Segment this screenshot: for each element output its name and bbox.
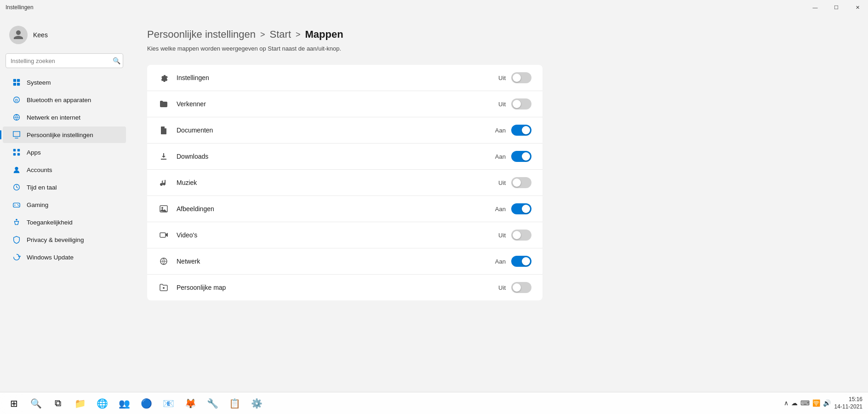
setting-row-netwerk: Netwerk Aan	[147, 248, 542, 275]
windows-update-icon	[12, 253, 21, 262]
sidebar-label-privacy: Privacy & beveiliging	[27, 236, 84, 243]
taskbar-clock[interactable]: 15:16 14-11-2021	[834, 396, 862, 411]
breadcrumb-sep2: >	[296, 30, 301, 40]
titlebar: Instellingen — ☐ ✕	[0, 0, 868, 15]
sidebar-item-privacy[interactable]: Privacy & beveiliging	[3, 231, 126, 248]
titlebar-title: Instellingen	[6, 4, 34, 11]
sidebar-item-netwerk[interactable]: Netwerk en internet	[3, 109, 126, 126]
sidebar-item-tijd[interactable]: Tijd en taal	[3, 179, 126, 196]
taskbar-start-button[interactable]: ⊞	[4, 393, 24, 414]
sidebar-item-apps[interactable]: Apps	[3, 144, 126, 161]
muziek-icon	[158, 177, 169, 188]
taskbar-system-tray: ∧ ☁ ⌨ 🛜 🔊 15:16 14-11-2021	[784, 396, 862, 411]
setting-label-downloads: Downloads	[177, 153, 495, 160]
toggle-afbeeldingen[interactable]	[511, 203, 531, 214]
sidebar-item-bluetooth[interactable]: B Bluetooth en apparaten	[3, 92, 126, 108]
user-name: Kees	[33, 31, 48, 39]
setting-row-instellingen: Instellingen Uit	[147, 65, 542, 91]
sidebar-label-systeem: Systeem	[27, 79, 51, 86]
breadcrumb-part2[interactable]: Start	[270, 29, 291, 40]
netwerk-icon	[12, 113, 21, 122]
svg-text:B: B	[15, 98, 18, 103]
svg-rect-8	[13, 149, 16, 151]
sidebar-item-accounts[interactable]: Accounts	[3, 161, 126, 178]
taskbar-onenote[interactable]: 📋	[224, 393, 245, 414]
setting-status-muziek: Uit	[498, 179, 506, 186]
sidebar-item-persoonlijk[interactable]: Persoonlijke instellingen	[3, 126, 126, 143]
search-icon[interactable]: 🔍	[113, 57, 120, 64]
setting-row-downloads: Downloads Aan	[147, 144, 542, 170]
tray-cloud[interactable]: ☁	[791, 400, 798, 407]
persoonlijk-icon	[12, 130, 21, 139]
svg-point-20	[18, 205, 19, 206]
toggle-downloads[interactable]	[511, 151, 531, 162]
sidebar-label-bluetooth: Bluetooth en apparaten	[27, 97, 91, 104]
svg-rect-11	[17, 153, 20, 155]
svg-rect-9	[17, 149, 20, 151]
breadcrumb: Persoonlijke instellingen > Start > Mapp…	[147, 29, 850, 40]
setting-label-muziek: Muziek	[177, 179, 498, 186]
persoonlijke-map-icon	[158, 282, 169, 293]
sidebar-item-windows-update[interactable]: Windows Update	[3, 249, 126, 265]
taskbar-outlook[interactable]: 📧	[158, 393, 178, 414]
tray-chevron[interactable]: ∧	[784, 400, 788, 407]
toggle-videos[interactable]	[511, 230, 531, 241]
clock-time: 15:16	[834, 396, 862, 403]
afbeeldingen-icon	[158, 203, 169, 214]
maximize-button[interactable]: ☐	[826, 0, 847, 15]
sidebar-item-toegankelijkheid[interactable]: Toegankelijkheid	[3, 214, 126, 230]
svg-rect-10	[13, 153, 16, 155]
svg-rect-16	[13, 203, 20, 207]
minimize-button[interactable]: —	[805, 0, 826, 15]
svg-rect-25	[160, 233, 166, 237]
toegankelijkheid-icon	[12, 218, 21, 227]
toggle-persoonlijke-map[interactable]	[511, 282, 531, 293]
page-description: Kies welke mappen worden weergegeven op …	[147, 45, 850, 52]
toggle-netwerk[interactable]	[511, 256, 531, 267]
sidebar-label-tijd: Tijd en taal	[27, 184, 57, 191]
taskbar: ⊞ 🔍 ⧉ 📁 🌐 👥 🔵 📧 🦊 🔧 📋 ⚙️ ∧ ☁ ⌨ 🛜 🔊 15:16…	[0, 392, 868, 414]
svg-point-28	[163, 287, 165, 289]
taskbar-taskview[interactable]: ⧉	[48, 393, 68, 414]
setting-row-persoonlijke-map: Persoonlijke map Uit	[147, 275, 542, 300]
svg-rect-2	[13, 83, 16, 86]
taskbar-chrome[interactable]: 🔵	[136, 393, 156, 414]
toggle-muziek[interactable]	[511, 177, 531, 188]
systeem-icon	[12, 78, 21, 87]
toggle-verkenner[interactable]	[511, 98, 531, 109]
setting-label-instellingen: Instellingen	[177, 74, 498, 81]
instellingen-icon	[158, 72, 169, 83]
sidebar-item-gaming[interactable]: Gaming	[3, 196, 126, 213]
svg-line-15	[17, 187, 18, 188]
person-icon	[13, 29, 24, 40]
toggle-documenten[interactable]	[511, 125, 531, 136]
setting-row-verkenner: Verkenner Uit	[147, 91, 542, 117]
setting-status-instellingen: Uit	[498, 75, 506, 81]
app-container: Kees 🔍 Systeem B Bluetooth en apparaten …	[0, 15, 868, 392]
toggle-instellingen[interactable]	[511, 72, 531, 83]
svg-point-21	[16, 219, 17, 221]
taskbar-teams[interactable]: 👥	[114, 393, 134, 414]
taskbar-search[interactable]: 🔍	[26, 393, 46, 414]
taskbar-firefox[interactable]: 🦊	[180, 393, 200, 414]
sidebar-label-windows-update: Windows Update	[27, 254, 74, 261]
taskbar-explorer[interactable]: 📁	[70, 393, 90, 414]
gaming-icon	[12, 200, 21, 209]
tray-wifi[interactable]: 🛜	[812, 400, 820, 407]
settings-list: Instellingen Uit Verkenner Uit Documente…	[147, 65, 542, 300]
close-button[interactable]: ✕	[847, 0, 868, 15]
breadcrumb-part1[interactable]: Persoonlijke instellingen	[147, 29, 256, 40]
sidebar-label-gaming: Gaming	[27, 201, 48, 208]
tray-volume[interactable]: 🔊	[823, 400, 831, 407]
videos-icon	[158, 230, 169, 241]
sidebar-item-systeem[interactable]: Systeem	[3, 74, 126, 91]
search-input[interactable]	[6, 53, 123, 68]
setting-status-documenten: Aan	[495, 127, 506, 134]
taskbar-settings-app[interactable]: ⚙️	[246, 393, 267, 414]
taskbar-teamviewer[interactable]: 🔧	[202, 393, 223, 414]
setting-status-persoonlijke-map: Uit	[498, 284, 506, 291]
apps-icon	[12, 148, 21, 157]
taskbar-edge[interactable]: 🌐	[92, 393, 112, 414]
tray-keyboard[interactable]: ⌨	[800, 400, 810, 407]
documenten-icon	[158, 125, 169, 136]
